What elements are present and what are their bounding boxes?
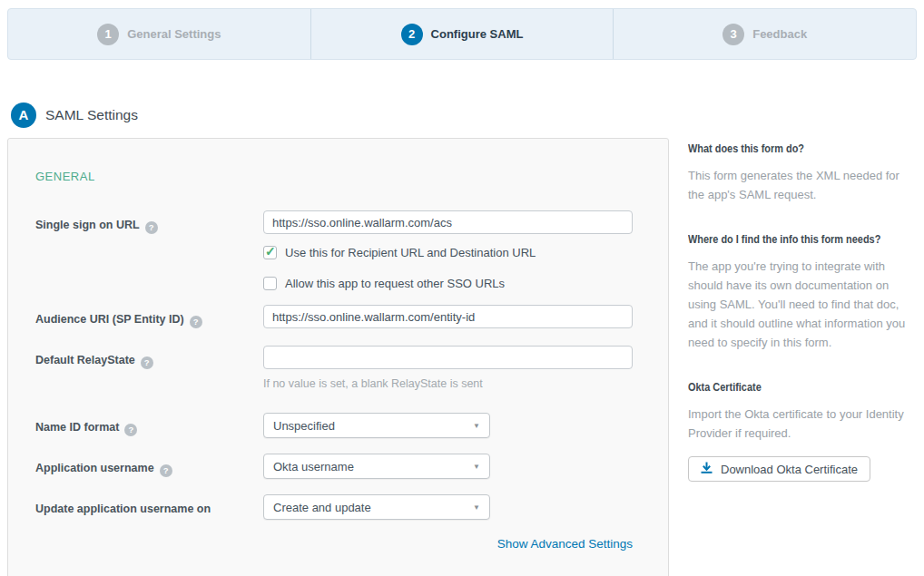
general-group-heading: GENERAL xyxy=(27,170,649,183)
other-sso-checkbox-row: Allow this app to request other SSO URLs xyxy=(263,277,633,290)
help-heading-okta-certificate: Okta Certificate xyxy=(688,380,880,394)
chevron-down-icon: ▼ xyxy=(473,422,480,430)
help-body-okta-certificate: Import the Okta certificate to your Iden… xyxy=(688,405,917,443)
content-area: GENERAL Single sign on URL? ✓ Use this f… xyxy=(0,138,924,576)
help-icon[interactable]: ? xyxy=(190,316,202,328)
app-username-label-col: Application username? xyxy=(27,454,263,479)
help-icon[interactable]: ? xyxy=(124,424,137,436)
update-username-label: Update application username on xyxy=(35,503,211,515)
help-sidebar: What does this form do? This form genera… xyxy=(688,138,917,482)
audience-uri-row: Audience URI (SP Entity ID)? xyxy=(27,305,649,328)
sso-url-field-col: ✓ Use this for Recipient URL and Destina… xyxy=(263,210,633,290)
sso-url-row: Single sign on URL? ✓ Use this for Recip… xyxy=(27,210,649,290)
update-username-select[interactable]: Create and update ▼ xyxy=(263,494,490,520)
name-id-format-value: Unspecified xyxy=(273,419,335,433)
step-general-settings[interactable]: 1 General Settings xyxy=(8,9,311,59)
step-label: Feedback xyxy=(752,27,807,41)
step-feedback[interactable]: 3 Feedback xyxy=(614,9,916,59)
other-sso-checkbox[interactable] xyxy=(263,277,277,290)
audience-uri-label: Audience URI (SP Entity ID) xyxy=(35,313,184,326)
app-username-select[interactable]: Okta username ▼ xyxy=(263,454,490,479)
section-a-badge: A xyxy=(11,103,36,128)
step-label: Configure SAML xyxy=(431,27,524,41)
step-number-badge: 1 xyxy=(97,24,119,45)
download-icon xyxy=(701,462,713,476)
help-heading-form-purpose: What does this form do? xyxy=(688,142,880,155)
checkmark-icon: ✓ xyxy=(265,244,276,259)
app-username-row: Application username? Okta username ▼ xyxy=(27,454,649,479)
chevron-down-icon: ▼ xyxy=(473,503,480,512)
help-heading-find-info: Where do I find the info this form needs… xyxy=(688,232,880,246)
sso-url-input[interactable] xyxy=(263,210,633,234)
relay-state-hint: If no value is set, a blank RelayState i… xyxy=(263,377,633,390)
relay-state-row: Default RelayState? If no value is set, … xyxy=(27,346,649,390)
name-id-format-select[interactable]: Unspecified ▼ xyxy=(263,413,490,438)
relay-state-field-col: If no value is set, a blank RelayState i… xyxy=(263,346,633,390)
saml-settings-header: A SAML Settings xyxy=(0,103,924,128)
sso-url-label-col: Single sign on URL? xyxy=(27,210,263,290)
name-id-format-field-col: Unspecified ▼ xyxy=(263,413,490,438)
relay-state-label-col: Default RelayState? xyxy=(27,346,263,390)
page-title: SAML Settings xyxy=(45,107,138,123)
audience-uri-field-col xyxy=(263,305,633,328)
show-advanced-settings-link[interactable]: Show Advanced Settings xyxy=(497,537,633,551)
name-id-format-label-col: Name ID format? xyxy=(27,413,263,438)
app-username-label: Application username xyxy=(35,462,154,474)
app-username-value: Okta username xyxy=(273,460,354,473)
relay-state-input[interactable] xyxy=(263,346,633,369)
recipient-checkbox-label: Use this for Recipient URL and Destinati… xyxy=(285,246,536,259)
help-icon[interactable]: ? xyxy=(141,356,153,369)
recipient-checkbox[interactable]: ✓ xyxy=(263,246,277,259)
other-sso-checkbox-label: Allow this app to request other SSO URLs xyxy=(285,277,505,290)
name-id-format-label: Name ID format xyxy=(35,421,119,434)
help-body-find-info: The app you're trying to integrate with … xyxy=(688,257,917,352)
saml-settings-panel: GENERAL Single sign on URL? ✓ Use this f… xyxy=(7,138,669,576)
help-icon[interactable]: ? xyxy=(145,221,158,234)
step-label: General Settings xyxy=(127,27,221,41)
update-username-value: Create and update xyxy=(273,501,371,514)
relay-state-label: Default RelayState xyxy=(35,354,135,366)
advanced-settings-row: Show Advanced Settings xyxy=(27,535,633,552)
download-button-label: Download Okta Certificate xyxy=(721,463,858,476)
download-okta-certificate-button[interactable]: Download Okta Certificate xyxy=(688,456,870,482)
step-configure-saml[interactable]: 2 Configure SAML xyxy=(311,9,614,59)
audience-uri-input[interactable] xyxy=(263,305,633,328)
help-icon[interactable]: ? xyxy=(160,464,172,477)
chevron-down-icon: ▼ xyxy=(473,463,480,471)
update-username-label-col: Update application username on xyxy=(27,494,263,520)
step-number-badge: 3 xyxy=(722,24,744,45)
name-id-format-row: Name ID format? Unspecified ▼ xyxy=(27,413,649,438)
step-number-badge: 2 xyxy=(401,24,423,45)
recipient-checkbox-row: ✓ Use this for Recipient URL and Destina… xyxy=(263,246,633,259)
audience-uri-label-col: Audience URI (SP Entity ID)? xyxy=(27,305,263,328)
update-username-field-col: Create and update ▼ xyxy=(263,494,490,520)
sso-url-label: Single sign on URL xyxy=(35,219,140,231)
app-username-field-col: Okta username ▼ xyxy=(263,454,490,479)
help-body-form-purpose: This form generates the XML needed for t… xyxy=(688,166,917,204)
update-username-row: Update application username on Create an… xyxy=(27,494,649,520)
wizard-stepper: 1 General Settings 2 Configure SAML 3 Fe… xyxy=(7,8,917,60)
